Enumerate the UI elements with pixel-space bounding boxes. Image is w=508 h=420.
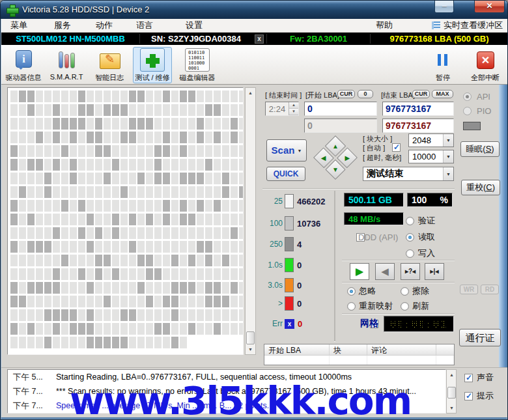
- grid-cell: [197, 132, 204, 143]
- grid-cell: [36, 145, 43, 157]
- hint-checkbox-row[interactable]: 提示: [464, 390, 494, 402]
- menu-item-action[interactable]: 动作: [93, 18, 115, 33]
- scroll-up-icon[interactable]: ▲: [447, 371, 456, 379]
- end-max-button[interactable]: MAX: [432, 90, 453, 98]
- grid-cell: [112, 200, 119, 212]
- log-scrollbar[interactable]: ▲ ▼: [446, 369, 457, 413]
- action-radio-remap[interactable]: 重新映射: [347, 300, 393, 312]
- stat-count: 0: [294, 281, 302, 290]
- grid-cell: [61, 296, 68, 307]
- grid-cell: [231, 214, 238, 225]
- minimize-button[interactable]: ─: [434, 1, 454, 13]
- grid-cell: [95, 132, 102, 143]
- grid-cell: [163, 282, 170, 294]
- recalibrate-button[interactable]: 重校(C): [461, 180, 500, 195]
- block-size-value: 2048: [412, 135, 431, 145]
- menu-item-language[interactable]: 语言: [134, 18, 156, 33]
- grid-cell: [197, 173, 204, 184]
- start-cur-button[interactable]: CUR: [337, 90, 355, 98]
- start-lba-input[interactable]: 0: [304, 102, 377, 116]
- scroll-down-icon[interactable]: ▼: [246, 345, 255, 354]
- grid-cell: [120, 268, 128, 280]
- sound-checkbox[interactable]: [464, 374, 473, 382]
- grid-cell: [53, 309, 60, 321]
- smart-button[interactable]: S.M.A.R.T: [47, 47, 86, 81]
- serial-close-button[interactable]: x: [255, 35, 264, 44]
- grid-cell: [188, 173, 195, 184]
- step-button[interactable]: ▸|◂: [425, 263, 444, 280]
- back-button[interactable]: ◀: [375, 263, 395, 280]
- mode-radio-read[interactable]: 读取: [406, 231, 435, 243]
- grid-cell: [112, 186, 119, 198]
- grid-cell: [87, 91, 94, 102]
- grid-cell: [120, 118, 128, 130]
- sleep-button[interactable]: 睡眠(S): [460, 141, 500, 157]
- end-lba-input[interactable]: 976773167: [382, 102, 454, 116]
- grid-cell: [112, 337, 119, 348]
- scroll-down-icon[interactable]: ▼: [447, 404, 456, 412]
- grid-cell: [70, 268, 77, 280]
- radio-icon: [401, 302, 409, 311]
- grid-cell: [10, 159, 18, 171]
- pause-button[interactable]: 暂停: [426, 47, 460, 83]
- grid-cell: [197, 255, 204, 266]
- drive-info-button[interactable]: 驱动器信息: [4, 47, 43, 83]
- abort-all-button[interactable]: 全部中断: [466, 47, 504, 83]
- auto-checkbox[interactable]: [392, 143, 401, 152]
- grid-cell: [70, 132, 77, 143]
- grid-cell: [205, 296, 212, 307]
- block-map-scrollbar[interactable]: ▲ ▼: [245, 87, 256, 355]
- block-size-dropdown[interactable]: 2048: [408, 133, 454, 147]
- passport-button[interactable]: 通行证: [459, 329, 501, 346]
- scrollbar-thumb[interactable]: [246, 331, 255, 344]
- speed-display: 48 MB/s: [344, 212, 404, 225]
- error-x-icon: x: [285, 319, 294, 329]
- grid-cell: [10, 282, 18, 294]
- grid-cell: [171, 118, 178, 130]
- test-repair-button[interactable]: 测试 / 维修: [133, 47, 172, 83]
- on-end-value: 测试结束: [367, 168, 403, 180]
- action-radio-ignore[interactable]: 忽略: [347, 285, 376, 297]
- grid-cell: [188, 91, 195, 102]
- mode-radio-verify[interactable]: 验证: [406, 215, 435, 227]
- col-start-lba: 开始 LBA: [264, 344, 330, 355]
- end-time-spinner[interactable]: 2:24 ▲▼: [265, 102, 299, 116]
- disk-editor-button[interactable]: 0101101100111010000001 磁盘编辑器: [176, 47, 219, 83]
- grid-cell: [36, 186, 43, 198]
- scan-button[interactable]: Scan: [266, 139, 307, 161]
- menu-item-help[interactable]: 帮助: [373, 18, 395, 33]
- menu-item-settings[interactable]: 设置: [183, 18, 205, 33]
- quick-button[interactable]: QUICK: [266, 167, 305, 181]
- watermark-text: www.3l5kkk.com: [70, 379, 411, 420]
- grid-cell: [61, 145, 68, 157]
- progress-value: 100: [412, 195, 427, 205]
- grid-cell: [222, 268, 229, 280]
- action-radio-refresh[interactable]: 刷新: [401, 300, 429, 312]
- grid-cell: [19, 337, 26, 348]
- spinner-arrows[interactable]: ▲▼: [289, 102, 298, 115]
- grid-cell: [171, 200, 178, 212]
- seek-error-button[interactable]: ▸?◂: [401, 263, 420, 280]
- on-end-action-dropdown[interactable]: 测试结束: [363, 167, 454, 181]
- hint-checkbox[interactable]: [464, 392, 473, 400]
- smart-log-button[interactable]: 智能日志: [90, 47, 129, 83]
- scrollbar-thumb[interactable]: [447, 387, 456, 399]
- action-label: 擦除: [412, 285, 429, 297]
- pause-icon: [430, 48, 455, 72]
- timeout-dropdown[interactable]: 10000: [408, 150, 454, 163]
- scroll-up-icon[interactable]: ▲: [246, 89, 255, 97]
- grid-cell: [180, 200, 187, 212]
- menu-item-service[interactable]: 服务: [51, 18, 74, 33]
- close-button[interactable]: ✕: [474, 1, 505, 13]
- action-radio-erase[interactable]: 擦除: [401, 285, 429, 297]
- grid-cell: [214, 323, 221, 335]
- grid-cell: [231, 227, 238, 239]
- sound-checkbox-row[interactable]: 声音: [464, 372, 494, 384]
- start-button[interactable]: ▶: [350, 263, 369, 280]
- start-zero-button[interactable]: 0: [358, 90, 373, 98]
- end-cur-button[interactable]: CUR: [412, 90, 430, 98]
- buffer-view-toggle[interactable]: 实时查看缓冲区: [432, 20, 503, 31]
- mode-radio-write[interactable]: 写入: [406, 247, 435, 259]
- menu-item-menu[interactable]: 菜单: [8, 18, 30, 33]
- stat-row-250: 250 4: [262, 236, 333, 252]
